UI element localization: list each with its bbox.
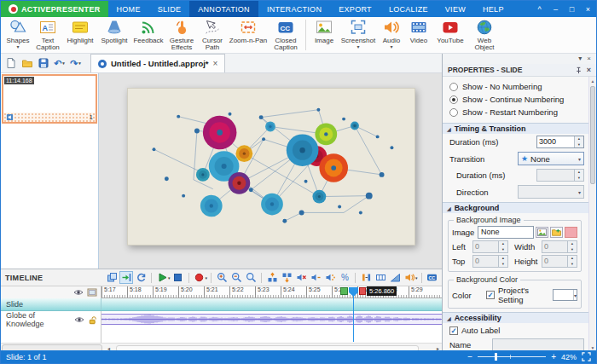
properties-scrollbar[interactable]: ▴ ▾ xyxy=(588,77,596,352)
menu-help[interactable]: HELP xyxy=(474,1,513,17)
bg-color-swatch[interactable]: ▾ xyxy=(553,289,577,301)
audio-waveform-track[interactable] xyxy=(101,311,443,328)
cursor-path-button[interactable]: Cursor Path xyxy=(198,17,227,53)
panel-menu-icon[interactable]: ▾ xyxy=(578,55,582,63)
zoom-n-pan-button[interactable]: Zoom-n-Pan xyxy=(227,17,270,53)
audio-noise-icon[interactable] xyxy=(323,271,337,284)
menu-export[interactable]: EXPORT xyxy=(330,1,380,17)
youtube-button[interactable]: YouTube xyxy=(432,17,468,53)
highlight-button[interactable]: Highlight xyxy=(63,17,97,53)
radio-icon[interactable] xyxy=(449,108,458,117)
volume-dropdown-icon[interactable]: ▾ xyxy=(415,275,418,280)
record-icon[interactable] xyxy=(193,271,206,284)
pin-icon[interactable] xyxy=(575,66,583,74)
eye-icon[interactable] xyxy=(74,315,84,324)
bg-image-field[interactable]: None xyxy=(478,226,534,239)
pin-ribbon-icon[interactable]: ^ xyxy=(531,1,548,17)
split-up-icon[interactable] xyxy=(265,271,279,284)
fit-to-window-icon[interactable] xyxy=(582,352,591,361)
play-dropdown-icon[interactable]: ▾ xyxy=(168,275,171,280)
cc-icon[interactable]: CC xyxy=(426,271,439,284)
auto-label-checkbox[interactable]: ✓ Auto Label xyxy=(449,326,500,335)
minimize-icon[interactable]: – xyxy=(548,1,564,17)
play-icon[interactable] xyxy=(155,271,169,284)
loop-icon[interactable] xyxy=(134,271,148,284)
bg-image-remove-button[interactable] xyxy=(565,227,577,238)
radio-selected-icon[interactable] xyxy=(449,95,458,104)
redo-button[interactable]: ↷▾ xyxy=(68,56,83,71)
save-button[interactable] xyxy=(36,56,50,71)
radio-option-2[interactable]: Show - Restart Numbering xyxy=(443,106,588,118)
slide-thumbnail[interactable]: 11:14.168 1 xyxy=(2,74,97,124)
menu-home[interactable]: HOME xyxy=(108,1,149,17)
audio-delete-icon[interactable] xyxy=(294,271,308,284)
panel-group-close-icon[interactable]: × xyxy=(587,55,591,63)
track-row-slide[interactable]: Slide xyxy=(1,298,443,311)
panel-close-icon[interactable]: × xyxy=(587,66,591,74)
document-tab[interactable]: Untitled - Untitled.approj* × xyxy=(90,54,225,72)
screenshot-button[interactable]: Screenshot ▾ xyxy=(339,17,378,53)
scrollbar-thumb[interactable] xyxy=(590,86,595,184)
time-scale-icon[interactable]: % xyxy=(338,271,351,284)
zoom-in-icon[interactable] xyxy=(215,271,229,284)
section-accessibility[interactable]: ◢ Accessibility xyxy=(443,312,588,323)
stop-icon[interactable] xyxy=(171,271,185,284)
open-button[interactable] xyxy=(20,56,34,71)
gesture-effects-button[interactable]: Gesture Effects ▾ xyxy=(165,17,198,53)
image-button[interactable]: Image xyxy=(310,17,339,53)
section-timing-transition[interactable]: ◢ Timing & Transition xyxy=(443,123,588,134)
web-object-button[interactable]: Web Object xyxy=(468,17,501,53)
slide-canvas[interactable] xyxy=(127,88,415,246)
scroll-up-icon[interactable]: ▴ xyxy=(589,78,596,84)
text-caption-button[interactable]: A Text Caption xyxy=(32,17,63,53)
menu-annotation[interactable]: ANNOTATION xyxy=(189,1,258,17)
new-button[interactable] xyxy=(3,56,18,71)
canvas-area[interactable] xyxy=(99,73,443,269)
volume-icon[interactable] xyxy=(403,271,416,284)
menu-slide[interactable]: SLIDE xyxy=(149,1,190,17)
range-end-marker[interactable] xyxy=(359,287,366,295)
menu-view[interactable]: VIEW xyxy=(437,1,474,17)
menu-interaction[interactable]: INTERACTION xyxy=(258,1,330,17)
close-icon[interactable]: × xyxy=(580,1,596,17)
activepresenter-button[interactable]: ACTIVEPRESENTER xyxy=(1,1,108,17)
zoom-slider-thumb[interactable] xyxy=(495,353,497,361)
bg-image-picker-button[interactable] xyxy=(536,227,548,238)
autoscroll-icon[interactable] xyxy=(119,271,133,284)
split-down-icon[interactable] xyxy=(280,271,293,284)
spotlight-button[interactable]: Spotlight xyxy=(97,17,131,53)
zoom-out-icon[interactable] xyxy=(229,271,243,284)
bg-image-open-button[interactable] xyxy=(550,227,563,238)
undo-button[interactable]: ↶▾ xyxy=(52,56,67,71)
audio-silence-icon[interactable] xyxy=(309,271,322,284)
duration-input[interactable]: 3000 ▴▾ xyxy=(536,136,584,148)
lock-icon[interactable] xyxy=(88,315,97,325)
radio-option-1[interactable]: Show - Continue Numbering xyxy=(443,93,588,106)
project-setting-checkbox[interactable]: ✓ Project's Setting xyxy=(486,286,553,304)
range-start-marker[interactable] xyxy=(340,287,348,295)
closed-caption-button[interactable]: CC Closed Caption xyxy=(270,17,302,53)
frames-icon[interactable] xyxy=(374,271,387,284)
fade-icon[interactable] xyxy=(388,271,402,284)
insert-time-icon[interactable] xyxy=(359,271,373,284)
feedback-button[interactable]: Feedback xyxy=(131,17,165,53)
radio-option-0[interactable]: Show - No Numbering xyxy=(443,80,588,93)
slide-track-bar[interactable] xyxy=(101,298,443,310)
zoom-slider[interactable] xyxy=(478,353,546,361)
radio-icon[interactable] xyxy=(449,83,458,91)
menu-localize[interactable]: LOCALIZE xyxy=(380,1,437,17)
tab-close-icon[interactable]: × xyxy=(213,59,218,68)
spinner-buttons[interactable]: ▴▾ xyxy=(574,136,583,147)
zoom-fit-icon[interactable] xyxy=(244,271,258,284)
record-dropdown-icon[interactable]: ▾ xyxy=(206,275,208,280)
slides-icon[interactable] xyxy=(105,271,119,284)
video-button[interactable]: Video xyxy=(405,17,432,53)
shapes-button[interactable]: Shapes ▾ xyxy=(3,17,32,53)
section-background[interactable]: ◢ Background xyxy=(443,202,588,213)
zoom-out-button[interactable]: − xyxy=(467,352,472,361)
zoom-in-button[interactable]: + xyxy=(551,352,556,361)
track-row-globe[interactable]: Globe of Knowledge xyxy=(1,311,443,328)
audio-button[interactable]: Audio ▾ xyxy=(378,17,405,53)
maximize-icon[interactable]: □ xyxy=(564,1,580,17)
transition-select[interactable]: ★ None ▾ xyxy=(518,152,584,165)
